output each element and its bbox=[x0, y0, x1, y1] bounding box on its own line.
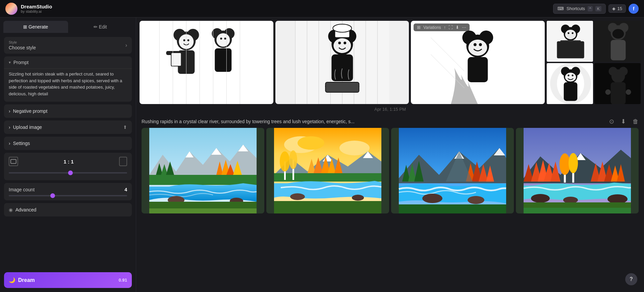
svg-point-64 bbox=[568, 32, 569, 34]
svg-point-41 bbox=[338, 42, 341, 44]
svg-point-55 bbox=[479, 43, 482, 46]
aspect-ratio-slider[interactable] bbox=[9, 169, 127, 176]
sidebar-tabs: ⊞ Generate ✏ Edit bbox=[0, 17, 136, 33]
advanced-label: Advanced bbox=[15, 207, 36, 212]
svg-point-111 bbox=[339, 141, 370, 155]
more-icon[interactable]: ⋯ bbox=[462, 25, 466, 30]
fullscreen-icon[interactable]: ⛶ bbox=[448, 25, 453, 30]
share-icon[interactable]: ↑ bbox=[444, 25, 446, 30]
mickey-image-2[interactable] bbox=[275, 21, 409, 104]
image-count-slider[interactable] bbox=[9, 195, 127, 196]
replay-icon[interactable]: ⊙ bbox=[609, 118, 614, 125]
user-avatar[interactable]: f bbox=[629, 4, 639, 14]
prompt-header[interactable]: ▾ Prompt bbox=[4, 56, 132, 68]
svg-point-140 bbox=[422, 194, 442, 203]
date-separator: Apr 16, 1:15 PM bbox=[136, 104, 644, 114]
settings-label: Settings bbox=[13, 141, 30, 146]
svg-point-7 bbox=[183, 39, 185, 41]
image-count-label: Image count bbox=[9, 187, 35, 192]
app-name: DreamStudio bbox=[21, 4, 52, 9]
landscape-image-2[interactable] bbox=[266, 128, 389, 213]
shortcuts-label: Shortcuts bbox=[567, 6, 585, 11]
upload-image-label: Upload image bbox=[13, 125, 42, 130]
landscape-image-1[interactable] bbox=[142, 128, 264, 213]
upload-image-section[interactable]: › Upload image ⬆ bbox=[4, 120, 132, 134]
svg-point-16 bbox=[219, 38, 227, 44]
dream-version: 0.91 bbox=[119, 278, 127, 283]
mickey-image-3[interactable]: ⊞ Variations ↑ ⛶ ⬇ ⋯ bbox=[411, 21, 545, 104]
credits-badge[interactable]: ◈ 15 bbox=[608, 4, 626, 13]
landscape-prompt-text: Rushing rapids in a crystal clear river,… bbox=[142, 119, 609, 124]
mickey-small-4[interactable] bbox=[594, 63, 641, 104]
image-count-section: Image count 4 bbox=[4, 183, 132, 200]
delete-landscape-icon[interactable]: 🗑 bbox=[633, 118, 639, 125]
moon-icon: 🌙 bbox=[9, 277, 15, 283]
svg-point-54 bbox=[474, 43, 477, 46]
negative-prompt-section[interactable]: › Negative prompt bbox=[4, 104, 132, 118]
mickey-image-1[interactable] bbox=[140, 21, 273, 104]
dream-label: Dream bbox=[18, 277, 35, 283]
svg-point-90 bbox=[626, 89, 631, 95]
mickey-section: ⊞ Variations ↑ ⛶ ⬇ ⋯ bbox=[136, 17, 644, 104]
landscape-image-4[interactable] bbox=[516, 128, 639, 213]
svg-point-18 bbox=[224, 38, 226, 40]
svg-rect-96 bbox=[149, 175, 257, 185]
svg-point-65 bbox=[572, 32, 574, 34]
credits-count: 15 bbox=[618, 6, 622, 11]
svg-rect-83 bbox=[564, 82, 578, 101]
download-icon[interactable]: ⬇ bbox=[455, 25, 459, 30]
svg-point-86 bbox=[609, 67, 618, 76]
svg-rect-127 bbox=[274, 201, 381, 213]
credits-icon: ◈ bbox=[612, 6, 615, 11]
generate-icon: ⊞ bbox=[23, 24, 27, 30]
chevron-down-icon: ▾ bbox=[9, 60, 11, 65]
aspect-ratio-section: 1 : 1 bbox=[4, 153, 132, 180]
svg-rect-0 bbox=[11, 159, 16, 163]
aspect-landscape-icon bbox=[9, 157, 18, 166]
landscape-image-3[interactable] bbox=[391, 128, 514, 213]
landscape-prompt-row: Rushing rapids in a crystal clear river,… bbox=[136, 114, 644, 128]
svg-point-42 bbox=[343, 42, 346, 44]
dream-button[interactable]: 🌙 Dream 0.91 bbox=[4, 272, 132, 288]
top-nav: DreamStudio by stability.ai ⌨ Shortcuts … bbox=[0, 0, 644, 17]
svg-point-82 bbox=[572, 75, 574, 76]
svg-point-72 bbox=[612, 29, 624, 38]
chevron-settings-icon: › bbox=[9, 141, 10, 146]
svg-rect-164 bbox=[524, 208, 631, 213]
mickey-small-1[interactable] bbox=[547, 21, 593, 62]
shortcuts-button[interactable]: ⌨ Shortcuts ^ K bbox=[553, 4, 605, 14]
tab-edit[interactable]: ✏ Edit bbox=[68, 21, 133, 33]
svg-point-40 bbox=[337, 43, 347, 51]
prompt-text[interactable]: Sizzling hot sirloin steak with a perfec… bbox=[4, 68, 132, 102]
svg-rect-142 bbox=[399, 204, 506, 213]
advanced-section[interactable]: ◉ Advanced bbox=[4, 203, 132, 216]
chevron-upload-icon: › bbox=[9, 125, 10, 130]
landscape-images-grid bbox=[136, 128, 644, 219]
style-selector[interactable]: Style Choose style › bbox=[4, 37, 132, 54]
svg-point-125 bbox=[290, 193, 305, 200]
tab-generate[interactable]: ⊞ Generate bbox=[3, 21, 68, 33]
tab-generate-label: Generate bbox=[29, 24, 48, 30]
style-label: Style bbox=[9, 40, 36, 44]
settings-section[interactable]: › Settings bbox=[4, 137, 132, 150]
aspect-portrait-icon bbox=[119, 157, 127, 166]
edit-icon: ✏ bbox=[94, 24, 98, 30]
svg-point-141 bbox=[468, 196, 484, 204]
keyboard-icon: ⌨ bbox=[557, 6, 564, 11]
svg-rect-19 bbox=[215, 48, 231, 72]
app-subtitle: by stability.ai bbox=[21, 9, 52, 13]
download-landscape-icon[interactable]: ⬇ bbox=[621, 118, 626, 125]
style-value: Choose style bbox=[9, 45, 36, 50]
mickey-small-2[interactable] bbox=[594, 21, 641, 62]
logo-icon bbox=[5, 3, 17, 15]
svg-point-80 bbox=[565, 73, 576, 82]
help-button[interactable]: ? bbox=[625, 273, 637, 285]
variations-toolbar: ⊞ Variations ↑ ⛶ ⬇ ⋯ bbox=[414, 23, 470, 31]
shortcut-key2: K bbox=[595, 6, 601, 11]
svg-point-160 bbox=[531, 194, 550, 203]
svg-point-8 bbox=[187, 39, 189, 41]
mickey-image-grid bbox=[547, 21, 641, 104]
svg-rect-47 bbox=[325, 82, 359, 92]
mickey-small-3[interactable] bbox=[547, 63, 593, 104]
sidebar-content: Style Choose style › ▾ Prompt Sizzling h… bbox=[0, 33, 136, 270]
